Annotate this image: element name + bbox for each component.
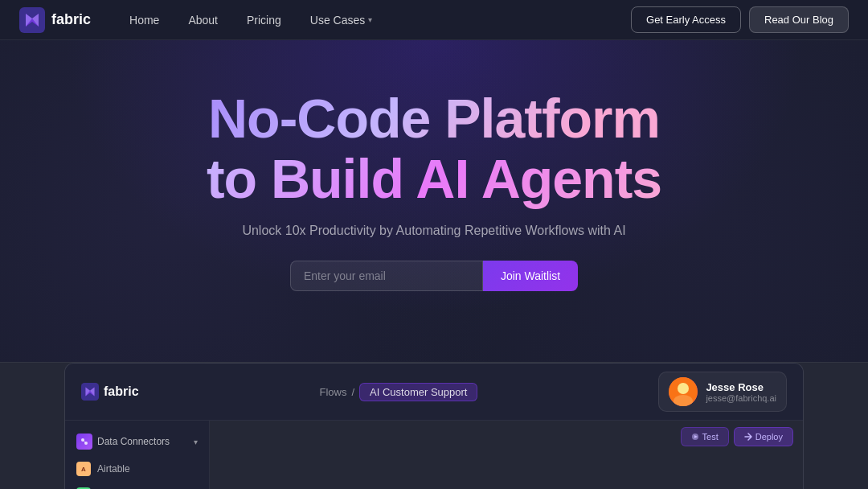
test-icon <box>691 433 699 441</box>
nav-home[interactable]: Home <box>117 9 172 31</box>
card-logo-icon <box>81 383 99 401</box>
nav-use-cases[interactable]: Use Cases ▾ <box>297 9 385 31</box>
hero-section: No-Code Platform to Build AI Agents Unlo… <box>0 40 868 362</box>
data-connectors-icon <box>76 434 92 450</box>
svg-point-3 <box>678 383 689 394</box>
logo-text: fabric <box>51 11 91 28</box>
card-action-buttons: Test Deploy <box>681 427 793 446</box>
email-input[interactable] <box>290 261 483 291</box>
breadcrumb-flows[interactable]: Flows <box>320 386 347 398</box>
card-sidebar: Data Connectors ▾ A Airtable G Google Sh… <box>65 421 210 489</box>
breadcrumb-separator: / <box>351 386 354 398</box>
test-button[interactable]: Test <box>681 427 729 446</box>
read-blog-button[interactable]: Read Our Blog <box>749 6 849 33</box>
card-breadcrumb: Flows / AI Customer Support <box>139 383 659 401</box>
card-user-info: Jesse Rose jesse@fabrichq.ai <box>706 381 776 403</box>
svg-line-7 <box>83 440 86 443</box>
hero-title: No-Code Platform to Build AI Agents <box>207 88 661 209</box>
deploy-button[interactable]: Deploy <box>734 427 793 446</box>
user-email: jesse@fabrichq.ai <box>706 393 776 403</box>
avatar <box>669 377 698 406</box>
nav-about[interactable]: About <box>175 9 231 31</box>
card-user[interactable]: Jesse Rose jesse@fabrichq.ai <box>658 372 787 412</box>
deploy-icon <box>744 433 752 441</box>
card-body: Data Connectors ▾ A Airtable G Google Sh… <box>65 421 803 489</box>
hero-subtitle: Unlock 10x Productivity by Automating Re… <box>242 224 625 238</box>
sidebar-chevron-icon: ▾ <box>194 438 198 446</box>
airtable-icon: A <box>76 462 91 476</box>
airtable-label: Airtable <box>97 463 130 475</box>
avatar-image <box>669 377 698 406</box>
card-main-content: Test Deploy <box>210 421 803 489</box>
navbar: fabric Home About Pricing Use Cases ▾ Ge… <box>0 0 868 40</box>
chevron-down-icon: ▾ <box>368 15 372 24</box>
app-card: fabric Flows / AI Customer Support J <box>64 363 804 489</box>
logo[interactable]: fabric <box>19 7 91 33</box>
card-topbar: fabric Flows / AI Customer Support J <box>65 364 803 421</box>
user-name: Jesse Rose <box>706 381 776 393</box>
hero-title-line1: No-Code Platform <box>207 88 661 149</box>
nav-actions: Get Early Access Read Our Blog <box>631 6 849 33</box>
card-logo[interactable]: fabric <box>81 383 139 401</box>
card-logo-text: fabric <box>104 384 139 399</box>
breadcrumb-active[interactable]: AI Customer Support <box>359 383 477 401</box>
hero-title-line2: to Build AI Agents <box>207 149 661 209</box>
bottom-section: fabric Flows / AI Customer Support J <box>0 362 868 489</box>
sidebar-item-google-sheets[interactable]: G Google Sheets <box>65 482 209 489</box>
join-waitlist-button[interactable]: Join Waitlist <box>483 261 578 291</box>
data-connectors-label: Data Connectors <box>97 436 170 447</box>
early-access-button[interactable]: Get Early Access <box>631 6 741 33</box>
sidebar-section-data-connectors[interactable]: Data Connectors ▾ <box>65 427 209 456</box>
nav-pricing[interactable]: Pricing <box>234 9 294 31</box>
hero-form: Join Waitlist <box>290 261 578 291</box>
fabric-logo-icon <box>19 7 45 33</box>
sidebar-item-airtable[interactable]: A Airtable <box>65 456 209 482</box>
nav-links: Home About Pricing Use Cases ▾ <box>117 9 631 31</box>
